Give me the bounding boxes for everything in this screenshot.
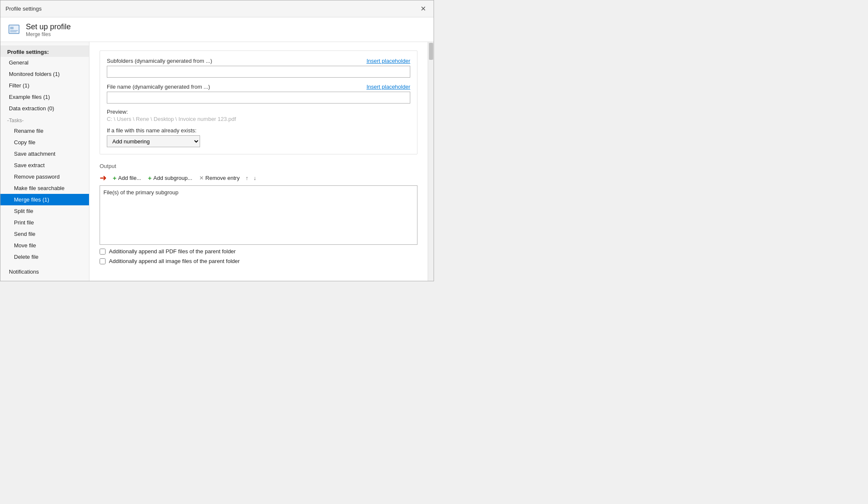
header: Set up profile Merge files bbox=[0, 17, 434, 42]
sidebar-section-title: Profile settings: bbox=[0, 45, 89, 57]
sidebar-item-split-file[interactable]: Split file bbox=[0, 205, 89, 217]
add-subgroup-label: Add subgroup... bbox=[153, 175, 192, 181]
subfolders-label: Subfolders (dynamically generated from .… bbox=[107, 58, 212, 64]
header-text: Set up profile Merge files bbox=[26, 22, 71, 37]
add-subgroup-plus-icon: + bbox=[148, 174, 152, 182]
remove-entry-button[interactable]: ✕ Remove entry bbox=[197, 174, 242, 182]
sidebar-item-data-extraction[interactable]: Data extraction (0) bbox=[0, 103, 89, 114]
sidebar-item-example-files[interactable]: Example files (1) bbox=[0, 91, 89, 103]
checkbox-image-files[interactable] bbox=[100, 258, 106, 264]
checkbox-row-1: Additionally append all PDF files of the… bbox=[100, 248, 417, 255]
move-up-button[interactable]: ↑ bbox=[244, 174, 250, 182]
preview-label: Preview: bbox=[107, 109, 410, 115]
main-window: Profile settings ✕ Set up profile Merge … bbox=[0, 0, 434, 281]
sidebar-item-save-extract[interactable]: Save extract bbox=[0, 160, 89, 171]
sidebar-item-rename-file[interactable]: Rename file bbox=[0, 125, 89, 137]
main-title: Set up profile bbox=[26, 22, 71, 31]
close-button[interactable]: ✕ bbox=[418, 4, 428, 14]
sidebar-item-merge-files[interactable]: Merge files (1) bbox=[0, 194, 89, 205]
checkbox-row-2: Additionally append all image files of t… bbox=[100, 258, 417, 264]
checkbox-image-label: Additionally append all image files of t… bbox=[109, 258, 240, 264]
sidebar-item-send-file[interactable]: Send file bbox=[0, 228, 89, 240]
sub-title: Merge files bbox=[26, 31, 71, 37]
sidebar-item-move-file[interactable]: Move file bbox=[0, 240, 89, 251]
file-exists-label: If a file with this name already exists: bbox=[107, 127, 410, 134]
window-title: Profile settings bbox=[6, 6, 42, 12]
file-naming-block: Subfolders (dynamically generated from .… bbox=[100, 50, 417, 154]
main-content: Subfolders (dynamically generated from .… bbox=[89, 42, 428, 281]
sidebar-item-remove-password[interactable]: Remove password bbox=[0, 171, 89, 182]
sidebar-item-make-file-searchable[interactable]: Make file searchable bbox=[0, 182, 89, 194]
subfolders-label-row: Subfolders (dynamically generated from .… bbox=[107, 58, 410, 64]
add-subgroup-button[interactable]: + Add subgroup... bbox=[145, 173, 195, 183]
sidebar-item-filter[interactable]: Filter (1) bbox=[0, 80, 89, 91]
sidebar-item-print-file[interactable]: Print file bbox=[0, 217, 89, 228]
sidebar-item-copy-file[interactable]: Copy file bbox=[0, 137, 89, 148]
title-bar: Profile settings ✕ bbox=[0, 0, 434, 17]
move-down-button[interactable]: ↓ bbox=[252, 174, 258, 182]
output-toolbar: ➜ + Add file... + Add subgroup... ✕ Remo… bbox=[100, 173, 417, 183]
add-file-label: Add file... bbox=[118, 175, 141, 181]
file-exists-select[interactable]: Add numbering Overwrite Skip bbox=[107, 135, 200, 147]
preview-value: C: \ Users \ Rene \ Desktop \ Invoice nu… bbox=[107, 116, 410, 122]
output-label: Output bbox=[100, 163, 417, 169]
sidebar-item-general[interactable]: General bbox=[0, 57, 89, 68]
output-section: Output ➜ + Add file... + Add subgroup...… bbox=[100, 163, 417, 264]
subfolders-insert-placeholder[interactable]: Insert placeholder bbox=[367, 58, 410, 64]
body: Profile settings: General Monitored fold… bbox=[0, 42, 434, 281]
sidebar-item-delete-file[interactable]: Delete file bbox=[0, 251, 89, 263]
filename-label: File name (dynamically generated from ..… bbox=[107, 84, 210, 90]
sidebar: Profile settings: General Monitored fold… bbox=[0, 42, 89, 281]
filename-insert-placeholder[interactable]: Insert placeholder bbox=[367, 84, 410, 90]
profile-icon bbox=[7, 23, 21, 37]
add-file-button[interactable]: + Add file... bbox=[110, 173, 144, 183]
remove-entry-cross-icon: ✕ bbox=[199, 175, 204, 181]
sidebar-item-notifications[interactable]: Notifications bbox=[0, 266, 89, 277]
scrollbar-track[interactable] bbox=[428, 42, 434, 281]
filename-label-row: File name (dynamically generated from ..… bbox=[107, 84, 410, 90]
filename-input[interactable] bbox=[107, 92, 410, 104]
checkbox-pdf-files[interactable] bbox=[100, 249, 106, 255]
remove-entry-label: Remove entry bbox=[206, 175, 240, 181]
add-file-plus-icon: + bbox=[113, 174, 117, 182]
tasks-group-label: -Tasks- bbox=[0, 114, 89, 125]
checkbox-pdf-label: Additionally append all PDF files of the… bbox=[109, 248, 236, 255]
sidebar-item-save-attachment[interactable]: Save attachment bbox=[0, 148, 89, 160]
output-list: File(s) of the primary subgroup bbox=[100, 185, 417, 245]
sidebar-item-monitored-folders[interactable]: Monitored folders (1) bbox=[0, 68, 89, 80]
output-list-text: File(s) of the primary subgroup bbox=[103, 189, 178, 196]
subfolders-input[interactable] bbox=[107, 66, 410, 78]
scrollbar-thumb[interactable] bbox=[429, 43, 433, 60]
arrow-indicator-icon: ➜ bbox=[100, 173, 107, 183]
svg-rect-1 bbox=[10, 27, 14, 29]
